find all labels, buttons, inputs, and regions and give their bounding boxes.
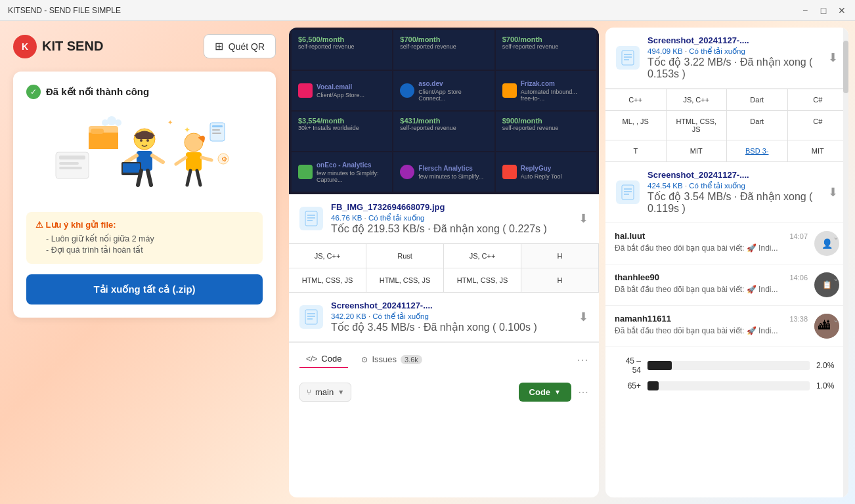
svg-text:⚙: ⚙ (221, 156, 227, 163)
grid-cell-app-2: aso.dev Client/App Store Connect... (393, 71, 494, 110)
grid-cell-analytics-1: onEco - Analytics few minutes to Simplif… (292, 152, 392, 192)
svg-rect-1 (59, 156, 85, 159)
file-status-4: Có thể tải xuống (689, 182, 745, 190)
rt-1-3: Dart (727, 89, 788, 111)
tab-code[interactable]: </> Code (299, 350, 348, 368)
branch-name: main (315, 387, 334, 397)
code-section: </> Code ⊙ Issues 3.6k ⋯ (289, 342, 599, 376)
grid-cell-rev-3: $900/month self-reported revenue (496, 112, 596, 151)
rt-2-2: HTML, CSS, JS (667, 111, 728, 140)
grid-cell-app-3: Frizak.com Automated Inbound... free-to-… (496, 71, 596, 110)
connection-status: ✓ Đã kết nối thành công (26, 85, 263, 99)
svg-rect-34 (305, 211, 317, 226)
status-check-icon: ✓ (26, 85, 41, 99)
notif-content-3: namanh11611 13:38 Đã bắt đầu theo dõi bạ… (615, 314, 808, 337)
rt-1-4: C# (788, 89, 849, 111)
svg-line-16 (148, 171, 151, 185)
svg-point-17 (185, 133, 203, 152)
avatar-icon-2: 📋 (820, 278, 834, 292)
file-meta-4: 424.54 KB · Có thể tải xuống (647, 181, 820, 190)
tc-4: H (521, 244, 599, 268)
notif-header-3: namanh11611 13:38 (615, 314, 808, 324)
rt-3-1: T (605, 140, 667, 162)
issues-count: 3.6k (401, 355, 422, 364)
issues-circle-icon: ⊙ (361, 355, 368, 364)
tc-3: JS, C++ (444, 244, 521, 268)
chart-label-1: 45 – 54 (615, 356, 641, 375)
app-header: K KIT SEND ⊞ Quét QR (13, 34, 276, 58)
warning-box: ⚠ Lưu ý khi gửi file: - Luôn giữ kết nối… (26, 212, 263, 264)
chart-section: 45 – 54 2.0% 65+ 1.0% (605, 347, 848, 406)
scrollbar-thumb[interactable] (843, 41, 848, 93)
file-speed-2: Tốc độ 3.22 MB/s · Đã nhận xong ( 0.153s… (647, 56, 820, 80)
download-all-button[interactable]: Tải xuống tất cả (.zip) (26, 274, 263, 304)
center-panel: $6,500/month self-reported revenue $700/… (289, 28, 599, 497)
file-status-1: Có thể tải xuống (368, 214, 425, 222)
file-status-3: Có thể tải xuống (372, 312, 429, 320)
scrollbar-track[interactable] (843, 28, 848, 497)
grid-cell-rev-2: $431/month self-reported revenue (393, 112, 494, 151)
close-button[interactable]: ✕ (837, 5, 847, 16)
titlebar-title: KITSEND - SEND FILE SIMPLE (8, 6, 121, 15)
svg-point-31 (115, 119, 121, 126)
rt-3-2: MIT (667, 140, 728, 162)
code-btn-label: Code (529, 387, 551, 397)
download-icon-4[interactable]: ⬇ (828, 185, 838, 200)
svg-line-22 (197, 171, 200, 185)
tab-more-button[interactable]: ⋯ (577, 352, 588, 367)
download-icon-1[interactable]: ⬇ (579, 211, 588, 226)
file-status-2: Có thể tải xuống (689, 47, 745, 55)
download-icon-3[interactable]: ⬇ (579, 310, 588, 324)
branch-section: ⑂ main ▼ Code ▼ ⋯ (289, 376, 599, 408)
tc-7: HTML, CSS, JS (444, 268, 521, 293)
document-icon (305, 211, 318, 226)
file-icon-1 (299, 207, 323, 230)
chart-pct-2: 1.0% (816, 381, 839, 390)
file-size-3: 342.20 KB (331, 312, 366, 320)
table-section-center: JS, C++ Rust JS, C++ H HTML, CSS, JS HTM… (289, 243, 599, 293)
tc-8: H (521, 268, 599, 293)
tab-issues[interactable]: ⊙ Issues 3.6k (355, 351, 428, 368)
qr-button-label: Quét QR (229, 41, 265, 52)
document-icon-3 (305, 309, 318, 325)
qr-button[interactable]: ⊞ Quét QR (204, 34, 276, 58)
svg-line-20 (202, 158, 211, 160)
issues-tab-label: Issues (372, 354, 397, 364)
warning-item-2: - Đợi quá trình tải hoàn tất (46, 245, 253, 255)
maximize-button[interactable]: □ (818, 5, 829, 16)
notification-3: namanh11611 13:38 Đã bắt đầu theo dõi bạ… (605, 306, 848, 347)
file-icon-3 (299, 305, 323, 329)
grid-cell-price-1: $6,500/month self-reported revenue (292, 30, 392, 70)
svg-line-21 (187, 171, 190, 185)
chart-pct-1: 2.0% (816, 361, 839, 370)
file-item-1: FB_IMG_1732694668079.jpg 46.76 KB · Có t… (289, 194, 599, 243)
notification-1: hai.luut 14:07 Đã bắt đầu theo dõi bạn q… (605, 223, 848, 264)
rt-1-2: JS, C++ (667, 89, 728, 111)
code-tab-label: Code (321, 354, 341, 364)
logo-text: KIT SEND (42, 39, 103, 54)
more-options-button[interactable]: ⋯ (578, 386, 588, 398)
chart-label-2: 65+ (615, 381, 641, 390)
download-icon-2[interactable]: ⬇ (828, 51, 838, 65)
main-layout: K KIT SEND ⊞ Quét QR ✓ Đã kết nối thành … (0, 21, 855, 504)
svg-rect-25 (212, 129, 220, 131)
notif-content-2: thanhlee90 14:06 Đã bắt đầu theo dõi bạn… (615, 272, 808, 295)
notif-time-2: 14:06 (789, 274, 808, 282)
chevron-notif-3: ⌄ (833, 315, 839, 324)
chevron-down-icon: ▼ (338, 388, 344, 396)
minimize-button[interactable]: − (800, 5, 810, 16)
connection-card: ✓ Đã kết nối thành công (13, 72, 276, 318)
chevron-notif-1: ⌄ (833, 232, 839, 242)
notif-message-1: Đã bắt đầu theo dõi bạn qua bài viết: 🚀 … (615, 243, 808, 254)
notif-header-2: thanhlee90 14:06 (615, 272, 808, 282)
branch-selector[interactable]: ⑂ main ▼ (299, 383, 351, 402)
chevron-notif-2: ⌄ (833, 274, 839, 283)
file-speed-3: Tốc độ 3.45 MB/s · Đã nhận xong ( 0.100s… (331, 321, 571, 333)
notif-time-3: 13:38 (789, 315, 808, 323)
code-button[interactable]: Code ▼ (519, 383, 571, 402)
rt-3-4: MIT (788, 140, 849, 162)
file-size-1: 46.76 KB (331, 214, 362, 222)
rt-3-3[interactable]: BSD 3- (727, 140, 788, 162)
svg-rect-2 (59, 162, 79, 165)
rt-2-4: C# (788, 111, 849, 140)
